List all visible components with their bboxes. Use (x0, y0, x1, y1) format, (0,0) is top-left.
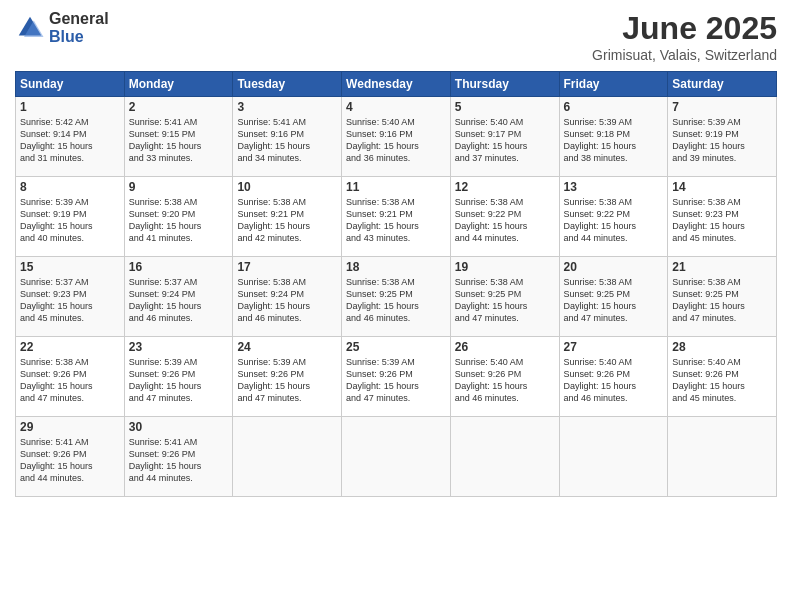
day-number: 12 (455, 180, 555, 194)
calendar-header-row: SundayMondayTuesdayWednesdayThursdayFrid… (16, 72, 777, 97)
week-row-4: 22Sunrise: 5:38 AMSunset: 9:26 PMDayligh… (16, 337, 777, 417)
week-row-3: 15Sunrise: 5:37 AMSunset: 9:23 PMDayligh… (16, 257, 777, 337)
calendar-table: SundayMondayTuesdayWednesdayThursdayFrid… (15, 71, 777, 497)
day-number: 16 (129, 260, 229, 274)
day-cell: 1Sunrise: 5:42 AMSunset: 9:14 PMDaylight… (16, 97, 125, 177)
day-info: Sunrise: 5:39 AMSunset: 9:26 PMDaylight:… (237, 356, 337, 405)
logo-blue: Blue (49, 28, 109, 46)
title-block: June 2025 Grimisuat, Valais, Switzerland (592, 10, 777, 63)
day-info: Sunrise: 5:39 AMSunset: 9:19 PMDaylight:… (672, 116, 772, 165)
day-info: Sunrise: 5:37 AMSunset: 9:23 PMDaylight:… (20, 276, 120, 325)
day-cell: 22Sunrise: 5:38 AMSunset: 9:26 PMDayligh… (16, 337, 125, 417)
day-info: Sunrise: 5:38 AMSunset: 9:22 PMDaylight:… (455, 196, 555, 245)
day-number: 8 (20, 180, 120, 194)
day-number: 13 (564, 180, 664, 194)
day-info: Sunrise: 5:41 AMSunset: 9:15 PMDaylight:… (129, 116, 229, 165)
day-number: 5 (455, 100, 555, 114)
day-cell: 27Sunrise: 5:40 AMSunset: 9:26 PMDayligh… (559, 337, 668, 417)
page: General Blue June 2025 Grimisuat, Valais… (0, 0, 792, 612)
logo-general: General (49, 10, 109, 28)
day-number: 15 (20, 260, 120, 274)
week-row-1: 1Sunrise: 5:42 AMSunset: 9:14 PMDaylight… (16, 97, 777, 177)
day-number: 22 (20, 340, 120, 354)
day-cell: 20Sunrise: 5:38 AMSunset: 9:25 PMDayligh… (559, 257, 668, 337)
day-info: Sunrise: 5:38 AMSunset: 9:22 PMDaylight:… (564, 196, 664, 245)
day-cell: 6Sunrise: 5:39 AMSunset: 9:18 PMDaylight… (559, 97, 668, 177)
day-cell: 12Sunrise: 5:38 AMSunset: 9:22 PMDayligh… (450, 177, 559, 257)
day-cell: 18Sunrise: 5:38 AMSunset: 9:25 PMDayligh… (342, 257, 451, 337)
header: General Blue June 2025 Grimisuat, Valais… (15, 10, 777, 63)
logo-icon (15, 13, 45, 43)
col-header-sunday: Sunday (16, 72, 125, 97)
day-cell: 11Sunrise: 5:38 AMSunset: 9:21 PMDayligh… (342, 177, 451, 257)
day-info: Sunrise: 5:38 AMSunset: 9:21 PMDaylight:… (237, 196, 337, 245)
day-number: 1 (20, 100, 120, 114)
day-info: Sunrise: 5:38 AMSunset: 9:25 PMDaylight:… (346, 276, 446, 325)
day-number: 29 (20, 420, 120, 434)
day-cell: 21Sunrise: 5:38 AMSunset: 9:25 PMDayligh… (668, 257, 777, 337)
day-info: Sunrise: 5:38 AMSunset: 9:23 PMDaylight:… (672, 196, 772, 245)
col-header-saturday: Saturday (668, 72, 777, 97)
day-number: 27 (564, 340, 664, 354)
day-number: 9 (129, 180, 229, 194)
day-number: 17 (237, 260, 337, 274)
day-number: 19 (455, 260, 555, 274)
logo: General Blue (15, 10, 109, 45)
day-info: Sunrise: 5:38 AMSunset: 9:25 PMDaylight:… (564, 276, 664, 325)
day-cell (450, 417, 559, 497)
day-cell: 7Sunrise: 5:39 AMSunset: 9:19 PMDaylight… (668, 97, 777, 177)
week-row-5: 29Sunrise: 5:41 AMSunset: 9:26 PMDayligh… (16, 417, 777, 497)
day-info: Sunrise: 5:39 AMSunset: 9:26 PMDaylight:… (346, 356, 446, 405)
logo-text: General Blue (49, 10, 109, 45)
day-cell: 8Sunrise: 5:39 AMSunset: 9:19 PMDaylight… (16, 177, 125, 257)
day-info: Sunrise: 5:42 AMSunset: 9:14 PMDaylight:… (20, 116, 120, 165)
day-info: Sunrise: 5:40 AMSunset: 9:26 PMDaylight:… (672, 356, 772, 405)
day-cell: 28Sunrise: 5:40 AMSunset: 9:26 PMDayligh… (668, 337, 777, 417)
col-header-friday: Friday (559, 72, 668, 97)
col-header-tuesday: Tuesday (233, 72, 342, 97)
day-cell: 16Sunrise: 5:37 AMSunset: 9:24 PMDayligh… (124, 257, 233, 337)
day-number: 3 (237, 100, 337, 114)
day-cell: 5Sunrise: 5:40 AMSunset: 9:17 PMDaylight… (450, 97, 559, 177)
day-number: 6 (564, 100, 664, 114)
day-number: 10 (237, 180, 337, 194)
day-info: Sunrise: 5:38 AMSunset: 9:21 PMDaylight:… (346, 196, 446, 245)
day-cell: 3Sunrise: 5:41 AMSunset: 9:16 PMDaylight… (233, 97, 342, 177)
day-number: 21 (672, 260, 772, 274)
day-cell (233, 417, 342, 497)
day-info: Sunrise: 5:39 AMSunset: 9:26 PMDaylight:… (129, 356, 229, 405)
day-cell: 4Sunrise: 5:40 AMSunset: 9:16 PMDaylight… (342, 97, 451, 177)
day-info: Sunrise: 5:39 AMSunset: 9:19 PMDaylight:… (20, 196, 120, 245)
day-info: Sunrise: 5:39 AMSunset: 9:18 PMDaylight:… (564, 116, 664, 165)
day-info: Sunrise: 5:38 AMSunset: 9:25 PMDaylight:… (672, 276, 772, 325)
day-info: Sunrise: 5:38 AMSunset: 9:26 PMDaylight:… (20, 356, 120, 405)
day-info: Sunrise: 5:38 AMSunset: 9:25 PMDaylight:… (455, 276, 555, 325)
day-cell: 30Sunrise: 5:41 AMSunset: 9:26 PMDayligh… (124, 417, 233, 497)
day-cell: 14Sunrise: 5:38 AMSunset: 9:23 PMDayligh… (668, 177, 777, 257)
day-cell (559, 417, 668, 497)
day-number: 4 (346, 100, 446, 114)
day-info: Sunrise: 5:41 AMSunset: 9:26 PMDaylight:… (20, 436, 120, 485)
col-header-thursday: Thursday (450, 72, 559, 97)
day-info: Sunrise: 5:37 AMSunset: 9:24 PMDaylight:… (129, 276, 229, 325)
day-cell: 26Sunrise: 5:40 AMSunset: 9:26 PMDayligh… (450, 337, 559, 417)
day-info: Sunrise: 5:40 AMSunset: 9:26 PMDaylight:… (564, 356, 664, 405)
day-number: 25 (346, 340, 446, 354)
day-info: Sunrise: 5:38 AMSunset: 9:20 PMDaylight:… (129, 196, 229, 245)
day-cell: 2Sunrise: 5:41 AMSunset: 9:15 PMDaylight… (124, 97, 233, 177)
col-header-wednesday: Wednesday (342, 72, 451, 97)
day-number: 18 (346, 260, 446, 274)
day-number: 23 (129, 340, 229, 354)
day-cell (342, 417, 451, 497)
day-number: 28 (672, 340, 772, 354)
day-cell: 25Sunrise: 5:39 AMSunset: 9:26 PMDayligh… (342, 337, 451, 417)
day-info: Sunrise: 5:40 AMSunset: 9:16 PMDaylight:… (346, 116, 446, 165)
day-number: 20 (564, 260, 664, 274)
day-cell: 29Sunrise: 5:41 AMSunset: 9:26 PMDayligh… (16, 417, 125, 497)
day-number: 7 (672, 100, 772, 114)
day-cell: 17Sunrise: 5:38 AMSunset: 9:24 PMDayligh… (233, 257, 342, 337)
day-number: 14 (672, 180, 772, 194)
title-location: Grimisuat, Valais, Switzerland (592, 47, 777, 63)
day-cell: 15Sunrise: 5:37 AMSunset: 9:23 PMDayligh… (16, 257, 125, 337)
day-number: 11 (346, 180, 446, 194)
